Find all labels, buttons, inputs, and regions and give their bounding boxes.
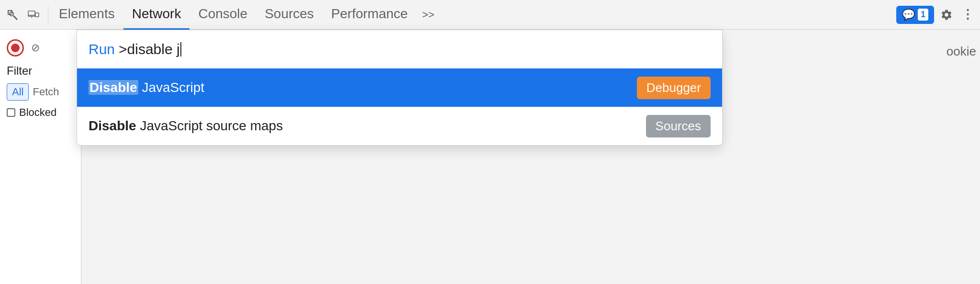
result-rest-1: JavaScript	[142, 80, 204, 95]
svg-rect-7	[35, 13, 39, 17]
cookie-hint: ookie	[947, 44, 980, 59]
result-disable-js-maps-text: Disable JavaScript source maps	[89, 118, 646, 134]
result-highlight-1: Disable	[89, 80, 138, 95]
tab-sources[interactable]: Sources	[256, 0, 323, 30]
svg-line-4	[13, 16, 17, 20]
record-button[interactable]	[7, 39, 24, 57]
content-area: ⊘ Filter All Fetch Blocked Run >disable …	[0, 30, 980, 284]
result-disable-js-text: Disable JavaScript	[89, 80, 637, 95]
result-disable-js-maps[interactable]: Disable JavaScript source maps Sources	[77, 107, 722, 145]
tab-network[interactable]: Network	[123, 0, 190, 30]
tab-console[interactable]: Console	[189, 0, 256, 30]
settings-icon[interactable]	[938, 6, 955, 23]
command-palette: Run >disable j Disable JavaScript Debugg…	[77, 30, 723, 146]
filter-fetch-text[interactable]: Fetch	[33, 86, 59, 98]
filter-all-button[interactable]: All	[7, 83, 29, 101]
chat-icon: 💬	[902, 9, 915, 21]
blocked-checkbox[interactable]	[7, 108, 15, 117]
run-label: Run	[89, 41, 115, 57]
record-inner	[11, 44, 20, 52]
inspect-element-icon[interactable]	[4, 6, 21, 23]
clear-button[interactable]: ⊘	[28, 40, 43, 56]
tab-bar-right: 💬 1 ⋮	[896, 6, 976, 24]
tab-bar-icons	[4, 6, 48, 23]
devtools-panel: Elements Network Console Sources Perform…	[0, 0, 980, 284]
badge-count: 1	[918, 9, 928, 21]
filter-row: All Fetch	[0, 81, 81, 102]
cursor	[180, 42, 181, 57]
command-input-row: Run >disable j	[77, 30, 722, 68]
tab-elements[interactable]: Elements	[50, 0, 123, 30]
tab-performance[interactable]: Performance	[323, 0, 416, 30]
svg-rect-1	[8, 10, 9, 14]
feedback-badge-button[interactable]: 💬 1	[896, 6, 934, 24]
sources-badge: Sources	[646, 115, 711, 137]
debugger-badge: Debugger	[637, 77, 711, 99]
blocked-row: Blocked	[0, 102, 81, 123]
left-panel: ⊘ Filter All Fetch Blocked	[0, 30, 81, 284]
tab-bar: Elements Network Console Sources Perform…	[0, 0, 980, 30]
tab-more-button[interactable]: >>	[416, 0, 440, 30]
network-toolbar: ⊘	[0, 35, 81, 60]
command-input[interactable]: >disable j	[119, 41, 181, 57]
result-disable-js[interactable]: Disable JavaScript Debugger	[77, 68, 722, 107]
device-toggle-icon[interactable]	[25, 6, 42, 23]
svg-point-9	[31, 17, 32, 18]
more-options-icon[interactable]: ⋮	[959, 6, 976, 23]
result-rest-2: JavaScript source maps	[140, 118, 283, 133]
filter-label: Filter	[0, 60, 81, 81]
result-highlight-2: Disable	[89, 118, 136, 133]
blocked-text: Blocked	[19, 106, 56, 119]
